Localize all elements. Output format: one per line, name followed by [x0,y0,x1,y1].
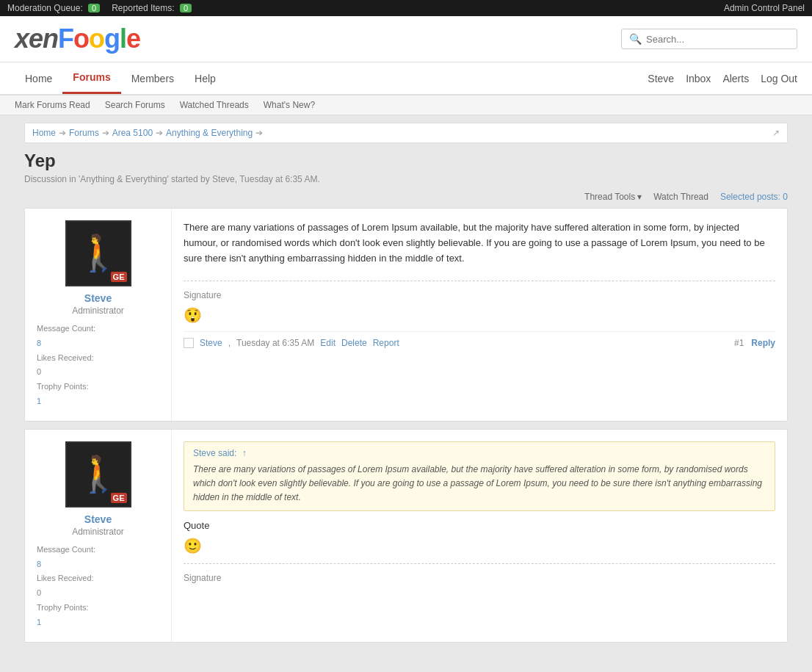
sub-nav-watched-threads[interactable]: Watched Threads [180,100,249,110]
reported-items-label: Reported Items: 0 [112,3,192,13]
post-1-num: #1 [734,338,744,348]
post-1-signature-label: Signature [184,290,775,300]
header: xenFoogle 🔍 [0,16,812,62]
post-2-role: Administrator [37,527,159,537]
breadcrumb: Home ➔ Forums ➔ Area 5100 ➔ Anything & E… [24,123,788,143]
breadcrumb-home[interactable]: Home [32,128,56,138]
sub-nav-whats-new[interactable]: What's New? [264,100,315,110]
post-2-sidebar-inner: 🚶 GE [37,441,159,507]
post-1-footer-right: #1 Reply [734,338,775,348]
post-2-quote-arrow: ↑ [242,448,247,458]
post-2-sidebar: 🚶 GE Steve Administrator Message Count:8… [25,430,172,642]
ge-badge: GE [111,272,127,282]
post-2-body: Steve said: ↑ There are many variations … [172,430,787,642]
post-2-quote-author[interactable]: Steve said: [193,448,236,458]
nav-help[interactable]: Help [184,64,226,93]
user-nav: Steve Inbox Alerts Log Out [648,73,797,84]
post-1-role: Administrator [37,306,159,316]
thread-tools-button[interactable]: Thread Tools ▾ [584,192,642,202]
post-1: 🚶 GE Steve Administrator Message Count:8… [24,208,788,422]
ge-badge-2: GE [111,493,127,503]
nav-logout[interactable]: Log Out [761,73,797,84]
breadcrumb-area5100[interactable]: Area 5100 [112,128,153,138]
sub-nav: Mark Forums Read Search Forums Watched T… [0,95,812,115]
external-link-icon[interactable]: ↗ [772,128,780,138]
post-1-sig-divider [184,281,775,281]
post-1-edit-link[interactable]: Edit [320,338,336,348]
nav-user-steve[interactable]: Steve [648,73,674,84]
post-2: 🚶 GE Steve Administrator Message Count:8… [24,429,788,643]
post-1-avatar: 🚶 GE [65,220,131,286]
search-icon: 🔍 [629,33,642,45]
nav-forums[interactable]: Forums [62,62,120,94]
post-1-author-link[interactable]: Steve [200,338,222,348]
post-2-signature-label: Signature [184,573,775,583]
post-1-sidebar: 🚶 GE Steve Administrator Message Count:8… [25,209,172,421]
nav-inbox[interactable]: Inbox [686,73,711,84]
logo[interactable]: xenFoogle [15,24,140,54]
post-1-stats: Message Count:8 Likes Received:0 Trophy … [37,322,159,409]
nav-bar: Home Forums Members Help Steve Inbox Ale… [0,62,812,95]
post-1-report-link[interactable]: Report [373,338,399,348]
post-1-footer: Steve, Tuesday at 6:35 AM Edit Delete Re… [184,331,775,348]
post-2-sig-divider [184,563,775,564]
thread-tools-bar: Thread Tools ▾ Watch Thread Selected pos… [24,192,788,202]
nav-members[interactable]: Members [121,64,184,93]
breadcrumb-arrow-3: ➔ [156,128,163,138]
post-2-avatar: 🚶 GE [65,441,131,507]
post-2-stats: Message Count:8 Likes Received:0 Trophy … [37,543,159,630]
admin-bar: Moderation Queue: 0 Reported Items: 0 Ad… [0,0,812,16]
selected-posts-count: 0 [783,192,788,202]
admin-control-panel-link[interactable]: Admin Control Panel [724,3,805,13]
main-content: Home ➔ Forums ➔ Area 5100 ➔ Anything & E… [17,123,795,643]
post-2-username[interactable]: Steve [37,513,159,525]
main-nav: Home Forums Members Help [15,62,226,94]
reported-badge: 0 [180,4,192,12]
thread-meta: Discussion in 'Anything & Everything' st… [24,174,788,184]
breadcrumb-arrow-4: ➔ [255,128,263,138]
post-1-content: There are many variations of passages of… [184,220,775,266]
breadcrumb-arrow-1: ➔ [59,128,66,138]
post-2-quote-text: There are many variations of passages of… [193,463,766,505]
selected-posts-label: Selected posts: 0 [720,192,788,202]
post-1-delete-link[interactable]: Delete [341,338,367,348]
dropdown-icon: ▾ [637,192,642,202]
search-input[interactable] [646,34,789,45]
post-2-quote-header: Steve said: ↑ [193,448,766,458]
breadcrumb-arrow-2: ➔ [102,128,109,138]
post-1-reply-link[interactable]: Reply [751,338,775,348]
moderation-queue-label: Moderation Queue: 0 [7,3,100,13]
post-2-quote-block: Steve said: ↑ There are many variations … [184,441,775,512]
sub-nav-mark-forums-read[interactable]: Mark Forums Read [15,100,90,110]
post-2-quote-label: Quote [184,520,775,531]
breadcrumb-anything-everything[interactable]: Anything & Everything [166,128,253,138]
search-bar[interactable]: 🔍 [621,29,797,49]
sub-nav-search-forums[interactable]: Search Forums [105,100,165,110]
post-1-checkbox[interactable] [184,338,194,348]
post-1-emoji: 😲 [184,306,775,324]
nav-home[interactable]: Home [15,64,62,93]
thread-title: Yep [24,151,788,171]
moderation-badge: 0 [88,4,100,12]
post-1-sidebar-inner: 🚶 GE [37,220,159,286]
post-1-username[interactable]: Steve [37,292,159,304]
post-1-body: There are many variations of passages of… [172,209,787,421]
watch-thread-button[interactable]: Watch Thread [653,192,708,202]
post-1-date: Tuesday at 6:35 AM [236,338,314,348]
nav-alerts[interactable]: Alerts [722,73,749,84]
post-2-emoji: 🙂 [184,537,775,554]
breadcrumb-forums[interactable]: Forums [69,128,99,138]
